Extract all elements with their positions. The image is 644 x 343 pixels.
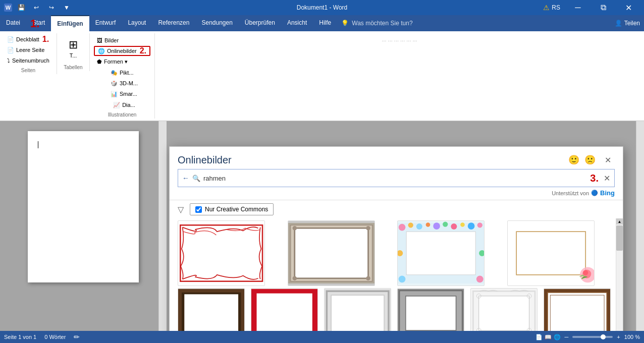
save-button[interactable]: 💾 (15, 2, 27, 14)
right-scrollbar[interactable] (158, 121, 167, 343)
search-icon: 🔍 (192, 175, 200, 182)
svg-point-5 (292, 226, 297, 231)
svg-point-15 (433, 222, 440, 230)
zoom-plus[interactable]: + (617, 334, 620, 340)
page-count: Seite 1 von 1 (4, 334, 36, 340)
tab-einfuegen[interactable]: Einfügen (51, 15, 89, 31)
dialog-header-right: 🙂 🙁 ✕ (568, 153, 615, 167)
svg-point-11 (399, 224, 406, 231)
tab-hilfe[interactable]: Hilfe (313, 15, 337, 31)
sad-emoji-button[interactable]: 🙁 (584, 154, 596, 165)
quick-access-toolbar: W 💾 ↩ ↪ ▼ (4, 2, 73, 14)
creative-commons-checkbox[interactable]: Nur Creative Commons (190, 203, 274, 215)
view-icons: 📄 📖 🌐 (535, 334, 561, 340)
bilder-button[interactable]: 🖼 Bilder (94, 35, 150, 45)
main-right-scrollbar[interactable] (636, 121, 644, 343)
image-thumb-1[interactable] (178, 220, 265, 286)
dialog-header: Onlinebilder 🙂 🙁 ✕ (170, 147, 623, 169)
dialog-close-button[interactable]: ✕ (601, 153, 615, 167)
images-area: ▲ ▼ (170, 218, 623, 343)
cc-checkbox-input[interactable] (195, 206, 202, 213)
document-title: Dokument1 - Word (297, 4, 347, 11)
web-view-icon[interactable]: 🌐 (554, 334, 561, 340)
svg-point-14 (426, 222, 431, 227)
share-button[interactable]: 👤 Teilen (615, 15, 644, 31)
text-cursor (38, 141, 38, 148)
onlinebilder-dialog: Onlinebilder 🙂 🙁 ✕ ← 🔍 3. ✕ Unterstützt … (169, 146, 623, 343)
svg-rect-34 (257, 294, 312, 333)
status-bar: Seite 1 von 1 0 Wörter ✏ 📄 📖 🌐 ─ + 100 % (0, 331, 644, 343)
zoom-thumb[interactable] (601, 334, 606, 339)
print-view-icon[interactable]: 📄 (535, 334, 543, 340)
filter-bar: ▽ Nur Creative Commons (170, 200, 623, 218)
ribbon-group-tabellen: ⊞ T... Tabellen (57, 33, 90, 71)
search-input[interactable] (203, 175, 587, 182)
document-page (28, 131, 139, 282)
svg-point-18 (460, 222, 465, 227)
word-count: 0 Wörter (44, 334, 66, 340)
dia-icon: 📈 (113, 102, 120, 108)
close-button[interactable]: ✕ (617, 0, 640, 15)
piktogramme-button[interactable]: 🎭 Pikt... (108, 68, 141, 78)
illustrationen-col: 🖼 Bilder 🌐 Onlinebilder 2. ⬟ Formen ▾ (94, 34, 150, 67)
tab-sendungen[interactable]: Sendungen (195, 15, 238, 31)
search-bar[interactable]: ← 🔍 3. ✕ (178, 169, 615, 187)
document-area (0, 121, 167, 343)
svg-point-17 (451, 223, 457, 230)
word-icon: W (4, 4, 12, 12)
tabelle-button[interactable]: ⊞ T... (61, 34, 85, 63)
bing-icon: 🔵 (591, 190, 598, 196)
smartart-button[interactable]: 📊 Smar... (108, 89, 141, 99)
scroll-thumb[interactable] (616, 225, 623, 251)
tabellen-label: Tabellen (64, 63, 82, 70)
svg-rect-26 (516, 232, 585, 275)
undo-button[interactable]: ↩ (30, 2, 42, 14)
step1-label: 1. (30, 17, 39, 30)
image-thumb-3[interactable] (397, 220, 485, 286)
scroll-up-button[interactable]: ▲ (616, 218, 623, 224)
minimize-button[interactable]: ─ (566, 0, 589, 15)
back-arrow-icon[interactable]: ← (182, 174, 189, 182)
dialog-scrollbar[interactable]: ▲ ▼ (616, 218, 623, 343)
svg-point-7 (292, 276, 297, 280)
proofing-icon[interactable]: ✏ (74, 333, 80, 341)
seitenumbruch-button[interactable]: ⤵ Seitenumbruch (4, 55, 52, 66)
tab-ansicht[interactable]: Ansicht (281, 15, 313, 31)
image-thumb-2[interactable] (288, 220, 375, 286)
search-placeholder[interactable]: Was möchten Sie tun? (352, 20, 412, 27)
restore-button[interactable]: ⧉ (592, 0, 615, 15)
search-clear-button[interactable]: ✕ (604, 174, 610, 183)
table-icon: ⊞ (69, 38, 78, 51)
read-view-icon[interactable]: 📖 (545, 334, 552, 340)
tab-layout[interactable]: Layout (122, 15, 152, 31)
tab-ueberpruefen[interactable]: Überprüfen (239, 15, 281, 31)
tab-entwurf[interactable]: Entwurf (89, 15, 122, 31)
dia-button[interactable]: 📈 Dia... (110, 100, 138, 110)
tab-datei[interactable]: Datei (0, 15, 26, 31)
svg-point-20 (477, 222, 482, 227)
redo-button[interactable]: ↪ (45, 2, 58, 14)
customize-qat-button[interactable]: ▼ (61, 2, 73, 14)
leere-seite-button[interactable]: 📄 Leere Seite (4, 45, 52, 55)
3d-button[interactable]: 🎲 3D-M... (108, 78, 141, 88)
onlinebilder-button[interactable]: 🌐 Onlinebilder 2. (94, 46, 150, 56)
seiten-buttons: 📄 Deckblatt 1. 📄 Leere Seite ⤵ Seitenumb… (4, 34, 52, 66)
happy-emoji-button[interactable]: 🙂 (568, 154, 579, 165)
image-thumb-4[interactable] (507, 220, 595, 286)
zoom-minus[interactable]: ─ (565, 334, 569, 340)
page-break-icon: ⤵ (7, 58, 10, 64)
bilder-icon: 🖼 (97, 37, 102, 43)
seiten-label: Seiten (21, 66, 35, 73)
svg-rect-31 (184, 294, 238, 332)
ribbon-group-illustrationen: 🖼 Bilder 🌐 Onlinebilder 2. ⬟ Formen ▾ 🎭 … (90, 33, 155, 119)
deckblatt-icon: 📄 (7, 36, 14, 43)
bing-attribution: Unterstützt von 🔵 Bing (170, 189, 623, 200)
zoom-bar (572, 336, 613, 338)
illustrationen-label: Illustrationen (108, 110, 137, 118)
deckblatt-button[interactable]: 📄 Deckblatt 1. (4, 34, 52, 44)
more-content: ... ... ... ... ... ... (380, 34, 419, 44)
svg-rect-43 (479, 296, 529, 330)
formen-button[interactable]: ⬟ Formen ▾ (94, 56, 150, 67)
tab-referenzen[interactable]: Referenzen (152, 15, 195, 31)
onlinebilder-icon: 🌐 (98, 48, 105, 54)
